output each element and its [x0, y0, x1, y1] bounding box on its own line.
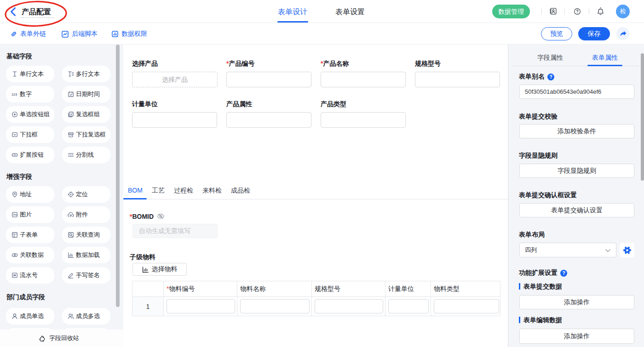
svg-text:123: 123: [12, 92, 17, 97]
